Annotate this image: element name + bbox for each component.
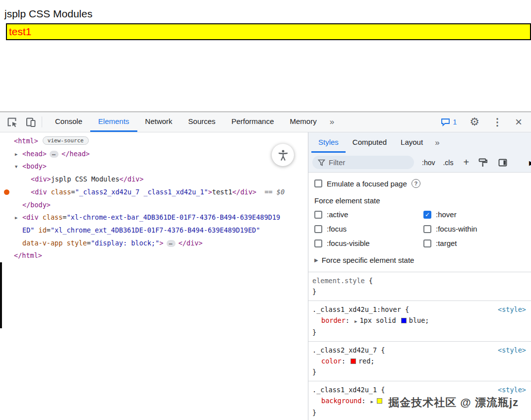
styles-toolbar: Filter :hov .cls + bbox=[308, 153, 531, 173]
sidebar-tab-styles[interactable]: Styles bbox=[311, 132, 346, 153]
force-specific-label: Force specific element state bbox=[322, 256, 414, 264]
css-property[interactable]: border: ▶1px solid blue; bbox=[308, 315, 531, 327]
ellipsis-expander[interactable]: … bbox=[50, 151, 59, 158]
inspect-element-icon[interactable] bbox=[6, 116, 18, 128]
accessibility-overlay[interactable] bbox=[272, 144, 294, 166]
collapsed-arrow-icon[interactable]: ▶ bbox=[15, 148, 17, 161]
sidebar-more-tabs-icon[interactable]: » bbox=[430, 132, 444, 153]
console-messages-button[interactable]: 1 bbox=[441, 118, 457, 126]
sidebar-tab-layout[interactable]: Layout bbox=[394, 132, 430, 153]
styles-content: Emulate a focused page ? Force element s… bbox=[308, 173, 531, 420]
state-focus-visible[interactable]: :focus-visible bbox=[314, 239, 423, 247]
property-name: background bbox=[321, 397, 361, 405]
force-specific-state-row[interactable]: ▶ Force specific element state bbox=[308, 256, 531, 272]
style-rules: <style>._class1_xd42u_1:hover {border: ▶… bbox=[308, 300, 531, 420]
devtools-toolbar: ConsoleElementsNetworkSourcesPerformance… bbox=[0, 112, 531, 132]
dom-tree-line[interactable]: </body> bbox=[0, 199, 308, 212]
view-source-badge[interactable]: view-source bbox=[43, 136, 89, 145]
tab-elements[interactable]: Elements bbox=[90, 112, 137, 132]
expanded-arrow-icon[interactable]: ▼ bbox=[15, 161, 17, 174]
dom-tree-line[interactable]: </html> bbox=[0, 249, 308, 262]
tab-network[interactable]: Network bbox=[137, 112, 180, 132]
expand-shorthand-icon[interactable]: ▶ bbox=[354, 319, 357, 324]
checkbox-unchecked[interactable] bbox=[314, 225, 322, 233]
close-brace: } bbox=[308, 286, 531, 297]
sidebar-tabs-list: StylesComputedLayout bbox=[311, 132, 430, 153]
toolbar-right-icons: 1 ⚙ ⋮ × bbox=[441, 112, 531, 132]
collapsed-arrow-icon[interactable]: ▶ bbox=[15, 212, 17, 225]
toggle-element-state-button[interactable]: :hov bbox=[422, 159, 435, 167]
dom-tree-line[interactable]: ▶<head>…</head> bbox=[0, 148, 308, 161]
state-focus-within[interactable]: :focus-within bbox=[423, 225, 525, 233]
expand-shorthand-icon[interactable]: ▶ bbox=[371, 399, 373, 404]
element-style-selector[interactable]: element.style bbox=[312, 277, 365, 285]
dom-tree-line[interactable]: ED" id="xl_chrome_ext_4DB361DE-01F7-4376… bbox=[0, 224, 308, 237]
dom-tree-line[interactable]: ▶<div class="xl-chrome-ext-bar_4DB361DE-… bbox=[0, 211, 308, 224]
dom-tree-line[interactable]: ▼<body> bbox=[0, 160, 308, 173]
help-icon[interactable]: ? bbox=[412, 179, 420, 188]
tab-sources[interactable]: Sources bbox=[180, 112, 224, 132]
rendering-emulation-icon[interactable] bbox=[477, 157, 489, 169]
filter-funnel-icon bbox=[318, 159, 325, 166]
element-classes-button[interactable]: .cls bbox=[443, 159, 453, 167]
kebab-menu-icon[interactable]: ⋮ bbox=[492, 117, 502, 127]
ellipsis-expander[interactable]: … bbox=[167, 240, 176, 247]
dom-tree-line[interactable]: <html>view-source bbox=[0, 135, 308, 148]
device-toolbar-icon[interactable] bbox=[25, 116, 37, 128]
color-swatch[interactable] bbox=[351, 359, 356, 364]
stylesheet-link[interactable]: <style> bbox=[498, 345, 526, 356]
state-label: :focus-visible bbox=[327, 239, 370, 247]
close-brace: } bbox=[308, 366, 531, 377]
styles-filter-input[interactable]: Filter bbox=[312, 156, 414, 169]
devtools-panel: ConsoleElementsNetworkSourcesPerformance… bbox=[0, 112, 531, 420]
checkbox-unchecked[interactable] bbox=[423, 225, 431, 233]
css-property[interactable]: color: red; bbox=[308, 356, 531, 366]
state-hover[interactable]: ✓:hover bbox=[423, 210, 525, 219]
dom-tree-line[interactable]: data-v-app style="display: block;">…</di… bbox=[0, 237, 308, 250]
dom-tree-line[interactable]: <div class="_class2_xd42u_7 _class1_xd42… bbox=[0, 186, 308, 199]
stylesheet-link[interactable]: <style> bbox=[498, 384, 526, 395]
filter-placeholder: Filter bbox=[329, 158, 345, 167]
stylesheet-link[interactable]: <style> bbox=[498, 304, 526, 315]
test-div: test1 bbox=[6, 23, 531, 40]
checkbox-checked[interactable]: ✓ bbox=[423, 211, 431, 219]
sidebar-tab-computed[interactable]: Computed bbox=[346, 132, 394, 153]
toolbar-divider bbox=[42, 117, 42, 127]
dom-breakpoint-icon bbox=[4, 189, 9, 195]
element-style-rule[interactable]: element.style { } bbox=[308, 272, 531, 300]
rendered-page: jsplp CSS Modules test1 bbox=[0, 0, 531, 112]
property-name: color bbox=[321, 357, 342, 365]
tab-performance[interactable]: Performance bbox=[224, 112, 282, 132]
toolbar-left-icons bbox=[0, 112, 42, 132]
css-property[interactable]: background: ▶ bbox=[308, 395, 531, 407]
scroll-indicator-icon: ▶ bbox=[529, 159, 531, 167]
state-focus[interactable]: :focus bbox=[314, 225, 423, 233]
more-tabs-icon[interactable]: » bbox=[325, 112, 339, 132]
color-swatch[interactable] bbox=[377, 398, 382, 404]
style-rule: <style>._class1_xd42u_1 {background: ▶} bbox=[308, 381, 531, 420]
left-edge-bar bbox=[0, 262, 2, 328]
open-brace: { bbox=[365, 277, 373, 285]
state-target[interactable]: :target bbox=[423, 239, 525, 247]
style-rule: <style>._class1_xd42u_1:hover {border: ▶… bbox=[308, 300, 531, 341]
emulate-focused-page-row[interactable]: Emulate a focused page ? bbox=[308, 178, 531, 189]
state-active[interactable]: :active bbox=[314, 210, 423, 219]
close-devtools-icon[interactable]: × bbox=[515, 116, 522, 128]
collapsed-arrow-icon: ▶ bbox=[314, 257, 318, 263]
force-element-state-heading: Force element state bbox=[308, 196, 531, 205]
dock-sidebar-icon[interactable] bbox=[497, 157, 509, 169]
state-label: :hover bbox=[436, 210, 457, 219]
accessibility-person-icon bbox=[277, 149, 290, 162]
elements-pane: <html>view-source▶<head>…</head>▼<body><… bbox=[0, 132, 308, 420]
checkbox-unchecked[interactable] bbox=[314, 240, 322, 247]
new-style-rule-button[interactable]: + bbox=[463, 157, 469, 168]
tab-console[interactable]: Console bbox=[47, 112, 90, 132]
checkbox-unchecked[interactable] bbox=[423, 240, 431, 247]
emulate-focused-checkbox[interactable] bbox=[314, 180, 322, 187]
color-swatch[interactable] bbox=[401, 318, 407, 323]
checkbox-unchecked[interactable] bbox=[314, 211, 322, 219]
style-rule: <style>._class2_xd42u_7 {color: red; } bbox=[308, 341, 531, 381]
settings-gear-icon[interactable]: ⚙ bbox=[470, 117, 479, 127]
tab-memory[interactable]: Memory bbox=[282, 112, 325, 132]
dom-tree-line[interactable]: <div>jsplp CSS Modules</div> bbox=[0, 173, 308, 186]
